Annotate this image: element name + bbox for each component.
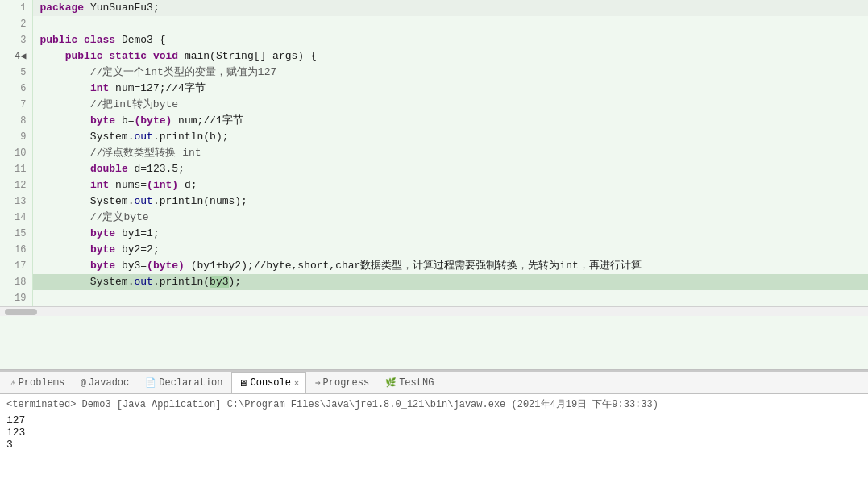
line-number: 13	[0, 193, 33, 210]
line-content: int num=127;//4字节	[33, 81, 868, 97]
line-number: 19	[0, 290, 33, 306]
line-content: //定义byte	[33, 210, 868, 226]
line-number: 1	[0, 0, 33, 16]
line-content: //把int转为byte	[33, 97, 868, 113]
javadoc-tab-icon: @	[81, 378, 86, 388]
scroll-thumb[interactable]	[5, 309, 37, 315]
line-content: byte by2=2;	[33, 242, 868, 258]
line-number: 8	[0, 113, 33, 129]
code-editor[interactable]: 1package YunSuanFu3;2 3public class Demo…	[0, 0, 868, 370]
line-number: 15	[0, 226, 33, 242]
console-tab-close[interactable]: ✕	[294, 378, 299, 388]
testng-tab-icon: 🌿	[385, 377, 397, 388]
javadoc-tab-label: Javadoc	[89, 377, 129, 389]
code-table: 1package YunSuanFu3;2 3public class Demo…	[0, 0, 868, 306]
line-number: 14	[0, 210, 33, 226]
line-content: int nums=(int) d;	[33, 177, 868, 193]
line-number: 10	[0, 145, 33, 161]
progress-tab-label: Progress	[323, 377, 370, 389]
tab-progress[interactable]: ⇒Progress	[308, 372, 376, 393]
console-tab-icon: 🖥	[239, 378, 247, 389]
progress-tab-icon: ⇒	[315, 377, 321, 388]
declaration-tab-icon: 📄	[145, 377, 156, 388]
line-number: 12	[0, 177, 33, 193]
testng-tab-label: TestNG	[399, 377, 434, 389]
line-number: 18	[0, 274, 33, 290]
line-number: 16	[0, 242, 33, 258]
line-content: //定义一个int类型的变量，赋值为127	[33, 64, 868, 81]
tab-problems[interactable]: ⚠Problems	[3, 372, 72, 393]
line-number: 2	[0, 16, 33, 32]
line-content: System.out.println(b);	[33, 129, 868, 145]
console-output-line: 123	[6, 426, 862, 439]
line-content: byte by1=1;	[33, 226, 868, 242]
tab-console[interactable]: 🖥Console✕	[231, 372, 305, 393]
line-number: 6	[0, 81, 33, 97]
line-content: //浮点数类型转换 int	[33, 145, 868, 161]
tabs-bar: ⚠Problems@Javadoc📄Declaration🖥Console✕⇒P…	[0, 372, 868, 394]
line-number: 5	[0, 64, 33, 81]
line-content: System.out.println(nums);	[33, 193, 868, 210]
console-tab-label: Console	[250, 377, 290, 389]
line-number: 9	[0, 129, 33, 145]
line-number: 7	[0, 97, 33, 113]
console-header: <terminated> Demo3 [Java Application] C:…	[6, 397, 862, 411]
bottom-panel: ⚠Problems@Javadoc📄Declaration🖥Console✕⇒P…	[0, 370, 868, 499]
line-number: 17	[0, 258, 33, 274]
line-content: package YunSuanFu3;	[33, 0, 868, 16]
declaration-tab-label: Declaration	[159, 377, 222, 389]
horizontal-scrollbar[interactable]	[0, 306, 868, 316]
console-output-line: 3	[6, 439, 862, 451]
tab-javadoc[interactable]: @Javadoc	[73, 372, 136, 393]
line-content: System.out.println(by3);	[33, 274, 868, 290]
tab-testng[interactable]: 🌿TestNG	[378, 372, 441, 393]
line-number: 4◀	[0, 48, 33, 64]
line-content: public class Demo3 {	[33, 32, 868, 48]
line-number: 3	[0, 32, 33, 48]
console-output-line: 127	[6, 414, 862, 426]
line-content: byte b=(byte) num;//1字节	[33, 113, 868, 129]
problems-tab-label: Problems	[19, 377, 65, 389]
line-number: 11	[0, 161, 33, 177]
line-content: public static void main(String[] args) {	[33, 48, 868, 64]
line-content	[33, 290, 868, 306]
console-output: 1271233	[6, 414, 862, 451]
line-content: byte by3=(byte) (by1+by2);//byte,short,c…	[33, 258, 868, 274]
tab-declaration[interactable]: 📄Declaration	[138, 372, 230, 393]
problems-tab-icon: ⚠	[10, 377, 16, 388]
line-content	[33, 16, 868, 32]
console-content[interactable]: <terminated> Demo3 [Java Application] C:…	[0, 394, 868, 499]
line-content: double d=123.5;	[33, 161, 868, 177]
